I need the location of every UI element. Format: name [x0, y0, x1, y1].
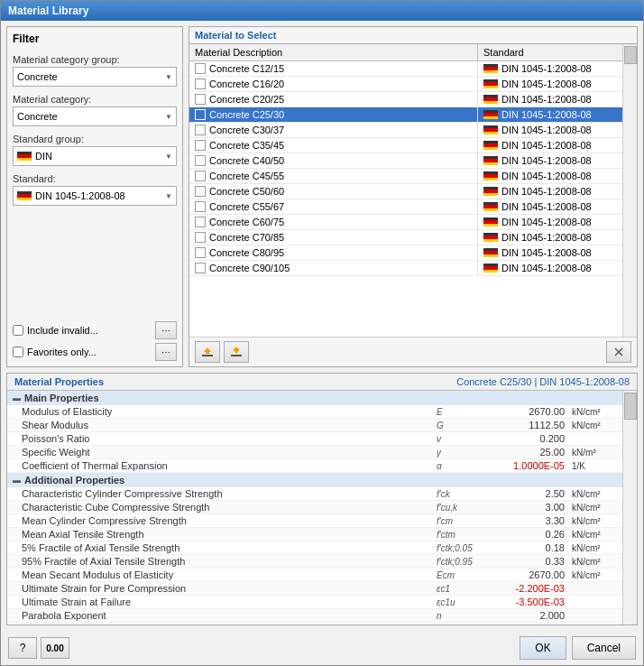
- property-name: Mean Cylinder Compressive Strength: [7, 514, 433, 527]
- props-scrollbar-thumb[interactable]: [624, 393, 637, 420]
- table-row[interactable]: Concrete C80/95DIN 1045-1:2008-08: [189, 245, 622, 261]
- material-standard-value: DIN 1045-1:2008-08: [501, 140, 592, 151]
- property-unit: kN/cm²: [568, 420, 622, 431]
- main-properties-group[interactable]: ▬ Main Properties: [7, 391, 622, 405]
- col-standard-header: Standard: [478, 44, 622, 60]
- property-value: 2.000: [496, 609, 568, 622]
- property-unit: kN/cm²: [568, 406, 622, 418]
- standard-group-select[interactable]: DIN ▼: [13, 146, 177, 166]
- table-row[interactable]: Concrete C12/15DIN 1045-1:2008-08: [189, 61, 622, 77]
- property-symbol: G: [433, 420, 496, 431]
- table-row[interactable]: Concrete C35/45DIN 1045-1:2008-08: [189, 138, 622, 153]
- material-standard-cell: DIN 1045-1:2008-08: [478, 77, 622, 91]
- property-name: Mean Secant Modulus of Elasticity: [7, 569, 433, 581]
- property-row: Ultimate Strain for Pure Compressionεc2-…: [7, 623, 622, 624]
- property-name: Ultimate Strain for Pure Compression: [7, 582, 433, 595]
- material-standard-value: DIN 1045-1:2008-08: [501, 109, 592, 120]
- category-select[interactable]: Concrete ▼: [13, 106, 177, 126]
- standard-select[interactable]: DIN 1045-1:2008-08 ▼: [13, 186, 177, 206]
- property-value: -2.200E-03: [496, 582, 568, 595]
- material-standard-value: DIN 1045-1:2008-08: [501, 94, 592, 105]
- help-icon: ?: [20, 642, 26, 654]
- standard-group-value: DIN: [35, 151, 52, 162]
- table-row[interactable]: Concrete C50/60DIN 1045-1:2008-08: [189, 184, 622, 199]
- table-row[interactable]: Concrete C55/67DIN 1045-1:2008-08: [189, 199, 622, 215]
- property-value: 1.0000E-05: [496, 459, 568, 472]
- material-standard-cell: DIN 1045-1:2008-08: [478, 230, 622, 245]
- property-value: 2670.00: [496, 405, 568, 418]
- property-symbol: Ecm: [433, 569, 496, 581]
- material-description-cell: Concrete C90/105: [189, 261, 478, 275]
- property-symbol: εc2: [433, 624, 496, 625]
- material-name: Concrete C60/75: [209, 217, 284, 227]
- table-row[interactable]: Concrete C20/25DIN 1045-1:2008-08: [189, 92, 622, 107]
- material-standard-cell: DIN 1045-1:2008-08: [478, 245, 622, 260]
- category-group-label: Material category group:: [13, 54, 177, 65]
- table-row[interactable]: Concrete C60/75DIN 1045-1:2008-08: [189, 215, 622, 230]
- info-btn[interactable]: 0.00: [41, 637, 69, 659]
- property-name: Parabola Exponent: [7, 609, 433, 622]
- favorites-btn[interactable]: ⋯: [155, 343, 177, 361]
- material-checkbox: [195, 94, 206, 105]
- property-row: Coefficient of Thermal Expansionα1.0000E…: [7, 459, 622, 473]
- material-scrollbar[interactable]: [622, 44, 637, 337]
- material-checkbox: [195, 155, 206, 166]
- standard-group-label: Standard group:: [13, 134, 177, 144]
- material-standard-value: DIN 1045-1:2008-08: [501, 247, 592, 258]
- filter-bottom: Include invalid... ⋯ Favorites only... ⋯: [13, 321, 177, 361]
- properties-scrollbar[interactable]: [622, 391, 637, 624]
- category-arrow: ▼: [165, 113, 172, 121]
- property-unit: kN/m³: [568, 447, 622, 458]
- material-select-panel: Material to Select Material Description …: [189, 26, 638, 367]
- help-btn[interactable]: ?: [8, 637, 37, 659]
- table-row[interactable]: Concrete C90/105DIN 1045-1:2008-08: [189, 261, 622, 276]
- table-row[interactable]: Concrete C30/37DIN 1045-1:2008-08: [189, 123, 622, 138]
- ok-button[interactable]: OK: [520, 636, 566, 660]
- cancel-button[interactable]: Cancel: [572, 636, 636, 660]
- material-name: Concrete C35/45: [209, 140, 284, 151]
- additional-group-label: Additional Properties: [24, 475, 124, 486]
- material-table: Material Description Standard Concrete C…: [189, 44, 622, 337]
- property-name: Mean Axial Tensile Strength: [7, 528, 433, 541]
- material-description-cell: Concrete C55/67: [189, 199, 478, 214]
- main-group-label: Main Properties: [24, 393, 99, 403]
- property-value: 1112.50: [496, 419, 568, 431]
- property-unit: kN/cm²: [568, 556, 622, 568]
- category-group-select[interactable]: Concrete ▼: [13, 67, 177, 87]
- material-checkbox: [195, 247, 206, 258]
- table-row[interactable]: Concrete C25/30DIN 1045-1:2008-08: [189, 107, 622, 123]
- property-name: Shear Modulus: [7, 419, 433, 431]
- property-unit: kN/cm²: [568, 542, 622, 554]
- include-invalid-checkbox[interactable]: [13, 325, 23, 336]
- export-btn[interactable]: [224, 341, 249, 363]
- property-name: 5% Fractile of Axial Tensile Strength: [7, 541, 433, 554]
- favorites-checkbox[interactable]: [13, 347, 23, 357]
- table-row[interactable]: Concrete C16/20DIN 1045-1:2008-08: [189, 77, 622, 92]
- title-bar: Material Library: [1, 1, 643, 21]
- flag-icon: [483, 264, 498, 273]
- table-row[interactable]: Concrete C45/55DIN 1045-1:2008-08: [189, 169, 622, 184]
- property-unit: kN/cm²: [568, 502, 622, 513]
- table-row[interactable]: Concrete C40/50DIN 1045-1:2008-08: [189, 153, 622, 169]
- close-btn[interactable]: [606, 341, 631, 363]
- flag-icon: [483, 79, 498, 88]
- material-standard-value: DIN 1045-1:2008-08: [501, 217, 592, 227]
- standard-group-section: Standard group: DIN ▼: [13, 134, 177, 166]
- scrollbar-thumb[interactable]: [624, 46, 637, 64]
- property-value: 3.30: [496, 514, 568, 527]
- table-row[interactable]: Concrete C70/85DIN 1045-1:2008-08: [189, 230, 622, 245]
- material-description-cell: Concrete C30/37: [189, 123, 478, 137]
- property-row: Parabola Exponentn2.000: [7, 609, 622, 623]
- info-icon: 0.00: [46, 643, 63, 653]
- property-row: 5% Fractile of Axial Tensile Strengthf'c…: [7, 541, 622, 555]
- property-row: Modulus of ElasticityE2670.00kN/cm²: [7, 405, 622, 419]
- import-btn[interactable]: [195, 341, 220, 363]
- additional-properties-group[interactable]: ▬ Additional Properties: [7, 473, 622, 487]
- category-group-value: Concrete: [17, 71, 58, 82]
- table-header: Material Description Standard: [189, 44, 622, 61]
- material-description-cell: Concrete C60/75: [189, 215, 478, 229]
- include-invalid-btn[interactable]: ⋯: [155, 321, 177, 339]
- flag-icon: [483, 125, 498, 134]
- material-name: Concrete C80/95: [209, 247, 284, 258]
- toolbar-left: [195, 341, 249, 363]
